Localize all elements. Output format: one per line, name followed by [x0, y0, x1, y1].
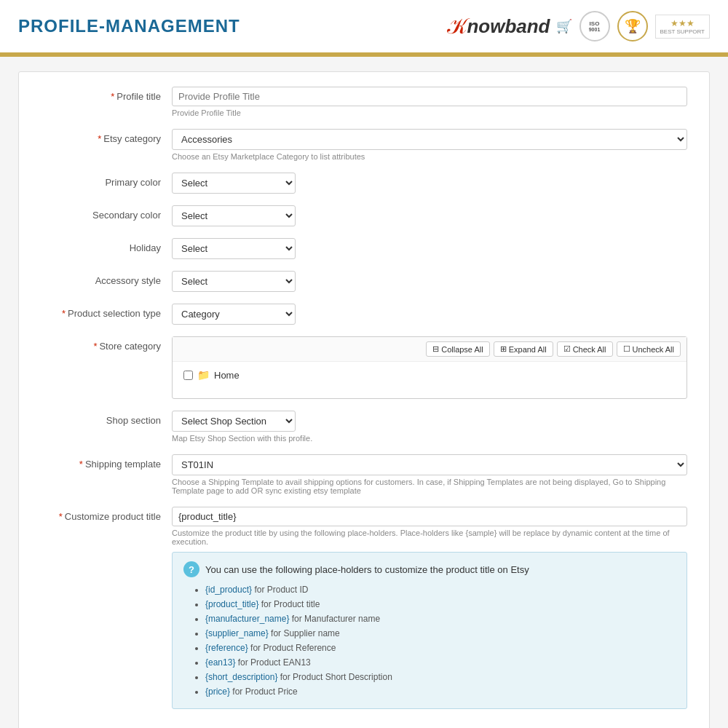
- info-box: ? You can use the following place-holder…: [172, 552, 687, 709]
- customize-title-group: *Customize product title Customize the p…: [41, 507, 687, 712]
- etsy-category-group: *Etsy category Accessories Choose an Ets…: [41, 129, 687, 164]
- logo-k-icon: 𝒦: [448, 14, 466, 39]
- tree-content: 📁 Home: [173, 362, 687, 398]
- shop-section-label: Shop section: [41, 411, 172, 426]
- home-checkbox[interactable]: [183, 371, 193, 380]
- product-selection-wrap: Category: [172, 304, 687, 325]
- primary-color-label: Primary color: [41, 173, 172, 188]
- etsy-category-select[interactable]: Accessories: [172, 129, 687, 150]
- shop-section-hint: Map Etsy Shop Section with this profile.: [172, 434, 687, 443]
- info-icon: ?: [183, 561, 199, 577]
- shipping-template-wrap: ST01IN Choose a Shipping Template to ava…: [172, 454, 687, 495]
- placeholder-item: {manufacturer_name} for Manufacturer nam…: [205, 612, 676, 625]
- placeholder-item: {id_product} for Product ID: [205, 583, 676, 596]
- profile-title-wrap: Provide Profile Title: [172, 87, 687, 117]
- uncheck-all-button[interactable]: ☐ Uncheck All: [617, 341, 681, 357]
- shipping-template-label: *Shipping template: [41, 454, 172, 470]
- primary-color-group: Primary color Select: [41, 173, 687, 197]
- shipping-template-select[interactable]: ST01IN: [172, 454, 687, 475]
- store-category-label: *Store category: [41, 336, 172, 352]
- secondary-color-label: Secondary color: [41, 205, 172, 221]
- header-logos: 𝒦 nowband 🛒 ISO 9001 🏆 ★★★ BEST SUPPORT: [448, 11, 710, 41]
- uncheck-icon: ☐: [623, 344, 630, 354]
- info-box-title: You can use the following place-holders …: [205, 564, 529, 575]
- accessory-style-label: Accessory style: [41, 271, 172, 286]
- etsy-category-hint: Choose an Etsy Marketplace Category to l…: [172, 152, 687, 161]
- expand-icon: ⊞: [500, 344, 507, 354]
- collapse-all-button[interactable]: ⊟ Collapse All: [426, 341, 489, 357]
- product-selection-label: *Product selection type: [41, 304, 172, 319]
- iso-badge: ISO 9001: [579, 11, 610, 41]
- primary-color-wrap: Select: [172, 173, 687, 194]
- profile-title-hint: Provide Profile Title: [172, 108, 687, 117]
- placeholder-item: {reference} for Product Reference: [205, 641, 676, 654]
- accessory-style-select[interactable]: Select: [172, 271, 296, 292]
- secondary-color-group: Secondary color Select: [41, 205, 687, 229]
- cart-icon: 🛒: [556, 18, 572, 34]
- page-title: PROFILE-MANAGEMENT: [18, 16, 240, 36]
- main-content: *Profile title Provide Profile Title *Et…: [0, 57, 728, 728]
- form-panel: *Profile title Provide Profile Title *Et…: [18, 71, 710, 728]
- etsy-category-wrap: Accessories Choose an Etsy Marketplace C…: [172, 129, 687, 161]
- customize-title-label: *Customize product title: [41, 507, 172, 522]
- check-icon: ☑: [563, 344, 571, 354]
- placeholder-item: {ean13} for Product EAN13: [205, 656, 676, 669]
- store-category-wrap: ⊟ Collapse All ⊞ Expand All ☑ Check All: [172, 336, 687, 399]
- folder-icon: 📁: [197, 369, 210, 381]
- product-selection-group: *Product selection type Category: [41, 304, 687, 328]
- shop-section-select[interactable]: Select Shop Section: [172, 411, 296, 432]
- placeholder-item: {supplier_name} for Supplier name: [205, 627, 676, 640]
- profile-title-group: *Profile title Provide Profile Title: [41, 87, 687, 120]
- expand-all-button[interactable]: ⊞ Expand All: [494, 341, 553, 357]
- holiday-label: Holiday: [41, 238, 172, 253]
- profile-title-input[interactable]: [172, 87, 687, 106]
- customize-title-hint: Customize the product title by using the…: [172, 529, 687, 546]
- secondary-color-select[interactable]: Select: [172, 205, 296, 226]
- customize-title-wrap: Customize the product title by using the…: [172, 507, 687, 709]
- collapse-icon: ⊟: [432, 344, 439, 354]
- shop-section-wrap: Select Shop Section Map Etsy Shop Sectio…: [172, 411, 687, 443]
- page-header: PROFILE-MANAGEMENT 𝒦 nowband 🛒 ISO 9001 …: [0, 0, 728, 55]
- placeholder-item: {short_description} for Product Short De…: [205, 670, 676, 684]
- store-category-group: *Store category ⊟ Collapse All ⊞ Expand …: [41, 336, 687, 402]
- holiday-select[interactable]: Select: [172, 238, 296, 259]
- accessory-style-wrap: Select: [172, 271, 687, 292]
- home-label: Home: [214, 370, 240, 381]
- placeholder-item: {product_title} for Product title: [205, 598, 676, 611]
- etsy-category-label: *Etsy category: [41, 129, 172, 144]
- holiday-wrap: Select: [172, 238, 687, 259]
- info-box-header: ? You can use the following place-holder…: [183, 561, 676, 577]
- accessory-style-group: Accessory style Select: [41, 271, 687, 295]
- shop-section-group: Shop section Select Shop Section Map Ets…: [41, 411, 687, 446]
- shipping-template-group: *Shipping template ST01IN Choose a Shipp…: [41, 454, 687, 498]
- product-selection-select[interactable]: Category: [172, 304, 296, 325]
- profile-title-label: *Profile title: [41, 87, 172, 102]
- primary-color-select[interactable]: Select: [172, 173, 296, 194]
- secondary-color-wrap: Select: [172, 205, 687, 226]
- award-badge: 🏆: [617, 11, 648, 41]
- placeholder-list: {id_product} for Product ID {product_tit…: [205, 583, 676, 698]
- customize-title-input[interactable]: [172, 507, 687, 526]
- knowband-logo: 𝒦 nowband 🛒: [448, 14, 571, 39]
- holiday-group: Holiday Select: [41, 238, 687, 262]
- check-all-button[interactable]: ☑ Check All: [557, 341, 613, 357]
- placeholder-item: {price} for Product Price: [205, 685, 676, 698]
- logo-text: nowband: [467, 15, 550, 38]
- best-support-badge: ★★★ BEST SUPPORT: [655, 15, 711, 39]
- store-category-box: ⊟ Collapse All ⊞ Expand All ☑ Check All: [172, 336, 687, 399]
- store-category-toolbar: ⊟ Collapse All ⊞ Expand All ☑ Check All: [173, 337, 687, 362]
- tree-item-home: 📁 Home: [183, 369, 676, 381]
- shipping-template-hint: Choose a Shipping Template to avail ship…: [172, 478, 687, 495]
